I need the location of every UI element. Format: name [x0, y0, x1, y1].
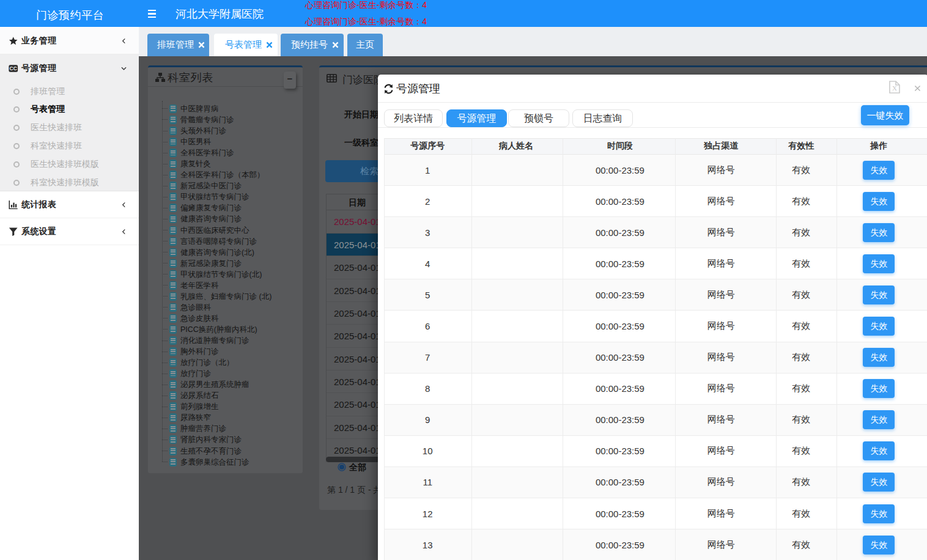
svg-text:CC: CC — [10, 65, 17, 72]
svg-text:X: X — [892, 84, 897, 92]
